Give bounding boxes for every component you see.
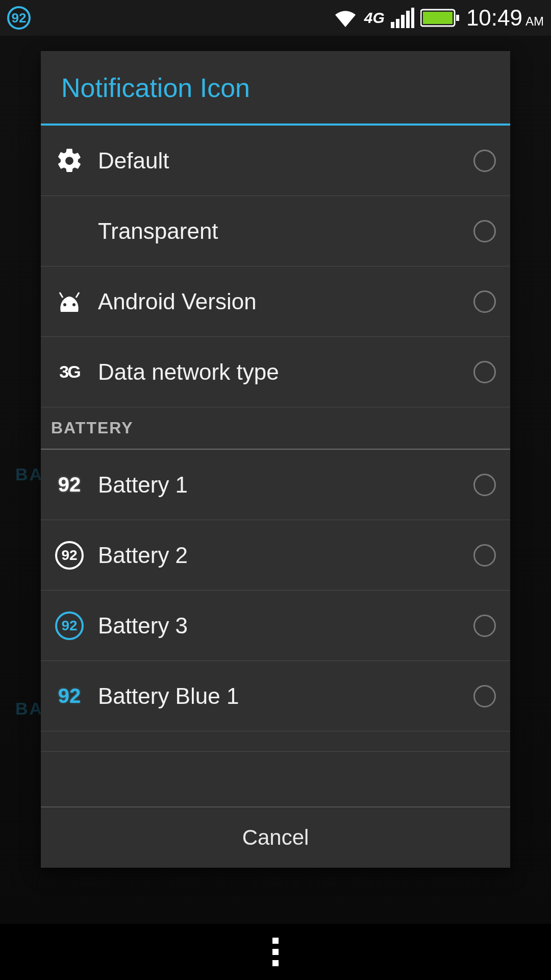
option-battery-blue-1[interactable]: 92 Battery Blue 1	[41, 661, 510, 731]
svg-line-11	[76, 292, 79, 298]
dialog-notification-icon: Notification Icon Default Transparent	[41, 51, 510, 868]
option-label: Battery Blue 1	[98, 683, 473, 709]
status-battery-icon: 92	[7, 6, 31, 30]
dialog-title: Notification Icon	[41, 51, 510, 126]
dialog-list[interactable]: Default Transparent Android Version	[41, 126, 510, 806]
status-left: 92	[7, 6, 31, 30]
option-label: Battery 3	[98, 613, 473, 639]
svg-rect-0	[391, 22, 394, 28]
svg-rect-6	[423, 12, 453, 24]
radio-icon[interactable]	[473, 474, 496, 496]
status-time: 10:49 AM	[466, 5, 544, 31]
radio-icon[interactable]	[473, 361, 496, 383]
gear-icon	[51, 142, 88, 179]
section-header-battery: BATTERY	[41, 407, 510, 450]
radio-icon[interactable]	[473, 615, 496, 637]
option-battery-2[interactable]: 92 Battery 2	[41, 520, 510, 591]
battery-icon	[420, 8, 460, 28]
radio-icon[interactable]	[473, 290, 496, 313]
three-g-icon: 3G	[51, 354, 88, 390]
radio-icon[interactable]	[473, 544, 496, 567]
network-4g-icon: 4G	[364, 9, 385, 27]
battery-92-circle-blue-icon: 92	[51, 607, 88, 644]
option-default[interactable]: Default	[41, 126, 510, 196]
option-label: Default	[98, 148, 473, 174]
svg-rect-4	[411, 8, 414, 28]
menu-overflow-icon[interactable]	[272, 938, 279, 966]
nav-bar	[0, 924, 551, 980]
radio-icon[interactable]	[473, 220, 496, 242]
option-label: Data network type	[98, 359, 473, 385]
svg-rect-2	[401, 15, 405, 28]
svg-point-9	[72, 303, 76, 306]
option-label: Android Version	[98, 289, 473, 314]
svg-line-10	[60, 292, 63, 298]
svg-rect-1	[396, 19, 399, 28]
status-bar: 92 4G 10:49 AM	[0, 0, 551, 36]
transparent-icon	[51, 213, 88, 250]
svg-point-8	[63, 303, 66, 306]
battery-92-icon: 92	[51, 467, 88, 503]
cancel-button[interactable]: Cancel	[41, 806, 510, 868]
option-battery-3[interactable]: 92 Battery 3	[41, 591, 510, 661]
option-android-version[interactable]: Android Version	[41, 266, 510, 337]
option-battery-1[interactable]: 92 Battery 1	[41, 450, 510, 520]
radio-icon[interactable]	[473, 685, 496, 707]
option-data-network-type[interactable]: 3G Data network type	[41, 337, 510, 407]
svg-rect-3	[406, 11, 410, 28]
svg-rect-7	[456, 15, 459, 21]
option-label: Battery 2	[98, 543, 473, 568]
signal-icon	[391, 8, 414, 28]
battery-92-circle-icon: 92	[51, 537, 88, 574]
option-label: Transparent	[98, 218, 473, 244]
option-label: Battery 1	[98, 472, 473, 498]
status-right: 4G 10:49 AM	[333, 5, 544, 31]
radio-icon[interactable]	[473, 150, 496, 172]
wifi-icon	[333, 8, 358, 28]
option-transparent[interactable]: Transparent	[41, 196, 510, 266]
android-icon	[51, 283, 88, 320]
battery-92-blue-icon: 92	[51, 678, 88, 715]
